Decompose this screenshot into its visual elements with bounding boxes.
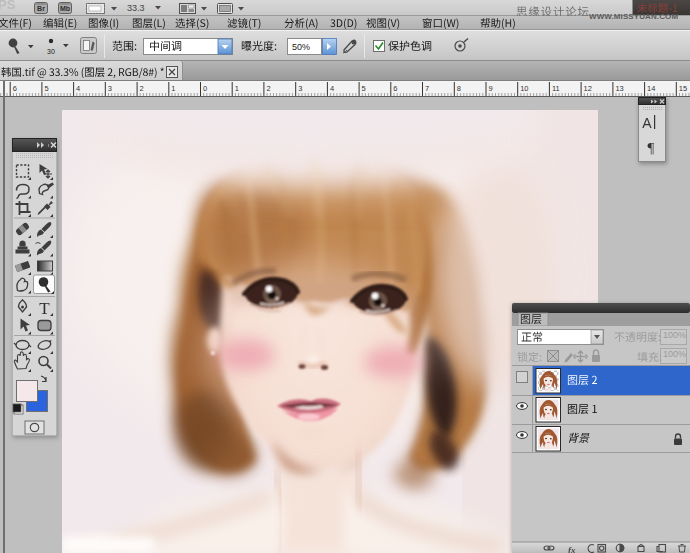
svg-text:4: 4 — [330, 84, 334, 93]
svg-text:0: 0 — [203, 84, 207, 93]
svg-text:30: 30 — [47, 48, 55, 55]
svg-text:Br: Br — [37, 5, 45, 12]
svg-text:6: 6 — [13, 84, 17, 93]
svg-text:A: A — [642, 115, 652, 131]
svg-text:50%: 50% — [292, 42, 310, 52]
svg-text:Mb: Mb — [60, 5, 70, 12]
svg-text:1: 1 — [171, 84, 175, 93]
svg-text:14: 14 — [647, 84, 655, 93]
svg-text:¶: ¶ — [648, 140, 655, 156]
svg-text:12: 12 — [584, 84, 592, 93]
svg-text:fx: fx — [568, 545, 576, 553]
svg-text:13: 13 — [615, 84, 623, 93]
svg-text:6: 6 — [393, 84, 397, 93]
svg-text:T: T — [39, 299, 50, 318]
svg-text:10: 10 — [520, 84, 528, 93]
svg-text:1: 1 — [235, 84, 239, 93]
svg-text:3: 3 — [298, 84, 302, 93]
svg-text:5: 5 — [362, 84, 366, 93]
svg-text:3: 3 — [108, 84, 112, 93]
svg-text:7: 7 — [425, 84, 429, 93]
svg-text:15: 15 — [679, 84, 687, 93]
svg-text:11: 11 — [552, 84, 560, 93]
svg-text:2: 2 — [140, 84, 144, 93]
svg-text:8: 8 — [457, 84, 461, 93]
svg-text:9: 9 — [489, 84, 493, 93]
svg-text:2: 2 — [266, 84, 270, 93]
svg-text:5: 5 — [44, 84, 48, 93]
svg-text:4: 4 — [76, 84, 80, 93]
